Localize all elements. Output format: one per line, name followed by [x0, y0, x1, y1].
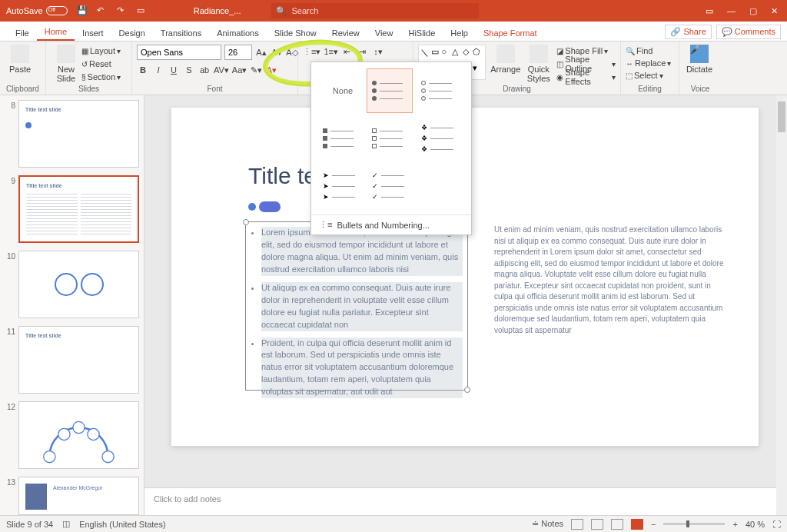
- save-icon[interactable]: 💾: [77, 5, 88, 16]
- sorter-view-icon[interactable]: [591, 519, 603, 530]
- section-button[interactable]: § Section ▾: [81, 71, 121, 83]
- layout-button[interactable]: ▦ Layout ▾: [81, 45, 121, 57]
- zoom-out-icon[interactable]: −: [651, 520, 656, 529]
- bullet-option-diamond[interactable]: ❖ ❖ ❖: [416, 116, 462, 161]
- thumbnail-9[interactable]: Title text slide: [18, 175, 139, 243]
- slide-thumbnail-panel[interactable]: 8Title text slide 9Title text slide 10 1…: [0, 95, 144, 515]
- tab-transitions[interactable]: Transitions: [153, 25, 209, 41]
- line-spacing-icon[interactable]: ↕▾: [372, 45, 384, 58]
- font-family-select[interactable]: [137, 45, 221, 60]
- undo-icon[interactable]: ↶: [97, 5, 108, 16]
- svg-point-4: [73, 421, 85, 433]
- strike-icon[interactable]: S: [183, 63, 195, 77]
- start-slideshow-icon[interactable]: ▭: [137, 5, 148, 16]
- arrange-button[interactable]: Arrange: [490, 45, 520, 83]
- zoom-in-icon[interactable]: +: [732, 520, 737, 529]
- thumbnail-12[interactable]: [18, 401, 139, 469]
- select-button[interactable]: ⬚ Select ▾: [626, 69, 674, 81]
- tab-home[interactable]: Home: [37, 24, 75, 41]
- spacing-icon[interactable]: AV▾: [214, 63, 229, 77]
- paste-button[interactable]: Paste: [5, 45, 35, 74]
- tab-help[interactable]: Help: [443, 25, 476, 41]
- normal-view-icon[interactable]: [571, 519, 583, 530]
- bullets-numbering-link[interactable]: ⋮≡ Bullets and Numbering...: [311, 214, 471, 234]
- svg-point-0: [55, 274, 77, 295]
- find-button[interactable]: 🔍 Find: [626, 45, 674, 57]
- tab-slideshow[interactable]: Slide Show: [267, 25, 324, 41]
- autosave-toggle[interactable]: AutoSave Off: [6, 6, 68, 15]
- share-button[interactable]: 🔗 Share: [665, 25, 711, 39]
- svg-point-3: [58, 428, 70, 440]
- numbering-icon[interactable]: 1≡▾: [324, 45, 338, 58]
- close-icon[interactable]: ✕: [771, 6, 778, 16]
- comments-button[interactable]: 💬 Comments: [716, 25, 781, 39]
- clear-format-icon[interactable]: A◇: [286, 45, 298, 59]
- tab-hislide[interactable]: HiSlide: [400, 25, 443, 41]
- bullet-option-open-square[interactable]: [367, 116, 413, 161]
- tab-view[interactable]: View: [367, 25, 401, 41]
- slides-group-label: Slides: [46, 85, 131, 93]
- new-slide-button[interactable]: New Slide: [51, 45, 81, 83]
- tab-insert[interactable]: Insert: [75, 25, 111, 41]
- zoom-slider[interactable]: [663, 523, 725, 525]
- bullet-option-filled-square[interactable]: [317, 116, 364, 161]
- quick-styles-button[interactable]: Quick Styles: [525, 45, 552, 83]
- vertical-scrollbar[interactable]: [776, 95, 787, 515]
- underline-icon[interactable]: U: [168, 63, 180, 77]
- indent-right-icon[interactable]: ⇥: [357, 45, 369, 58]
- highlight-icon[interactable]: ✎▾: [250, 63, 262, 77]
- list-icon: ⋮≡: [319, 220, 332, 230]
- bullet-dropdown: None ❖ ❖ ❖ ➤ ➤ ➤: [310, 62, 472, 235]
- bullets-icon[interactable]: ⋮≡▾: [303, 45, 320, 58]
- tab-file[interactable]: File: [8, 25, 37, 41]
- shape-line-icon[interactable]: ＼: [420, 47, 431, 63]
- tab-design[interactable]: Design: [111, 25, 153, 41]
- ribbon-options-icon[interactable]: ▭: [706, 6, 713, 16]
- bullet-option-filled-dot[interactable]: [367, 68, 413, 113]
- list-item[interactable]: Proident, in culpa qui officia deserunt …: [261, 337, 463, 399]
- replace-button[interactable]: ↔ Replace ▾: [626, 57, 674, 69]
- thumbnail-10[interactable]: [18, 251, 139, 318]
- dictate-button[interactable]: 🎤Dictate: [684, 45, 715, 74]
- search-box[interactable]: 🔍 Search: [271, 3, 479, 18]
- font-group-label: Font: [132, 85, 297, 93]
- fit-window-icon[interactable]: ⛶: [772, 520, 781, 529]
- increase-font-icon[interactable]: A▴: [255, 45, 267, 59]
- shadow-icon[interactable]: ab: [198, 63, 211, 77]
- notes-toggle[interactable]: ≐ Notes: [532, 519, 563, 529]
- tab-shape-format[interactable]: Shape Format: [476, 25, 545, 41]
- left-text-box[interactable]: Lorem ipsum dolor sit amet, consectetur …: [245, 221, 468, 391]
- bold-icon[interactable]: B: [137, 63, 149, 77]
- bullet-option-empty[interactable]: [416, 164, 462, 208]
- maximize-icon[interactable]: ▢: [749, 6, 757, 16]
- italic-icon[interactable]: I: [152, 63, 164, 77]
- font-size-select[interactable]: [224, 45, 252, 60]
- shape-effects-button[interactable]: ◉ Shape Effects ▾: [556, 71, 616, 83]
- list-item[interactable]: Ut aliquip ex ea commo consequat. Duis a…: [261, 282, 463, 331]
- tab-animations[interactable]: Animations: [209, 25, 266, 41]
- case-icon[interactable]: Aa▾: [232, 63, 247, 77]
- right-text-box[interactable]: Ut enim ad minim veniam, quis nostrud ex…: [494, 224, 725, 336]
- clipboard-group-label: Clipboard: [0, 85, 45, 93]
- zoom-level[interactable]: 40 %: [745, 520, 765, 529]
- accessibility-icon[interactable]: ◫: [62, 519, 70, 529]
- bullet-option-none[interactable]: None: [317, 68, 364, 113]
- reset-button[interactable]: ↺ Reset: [81, 58, 121, 70]
- bullet-option-arrow[interactable]: ➤ ➤ ➤: [317, 164, 364, 208]
- thumbnail-11[interactable]: Title text slide: [18, 326, 139, 394]
- tab-review[interactable]: Review: [324, 25, 367, 41]
- slideshow-view-icon[interactable]: [631, 519, 643, 530]
- language-status[interactable]: English (United States): [79, 520, 166, 529]
- quick-access-toolbar: 💾 ↶ ↷ ▭: [77, 5, 148, 16]
- notes-pane[interactable]: Click to add notes: [144, 487, 776, 515]
- minimize-icon[interactable]: —: [727, 6, 736, 16]
- thumbnail-8[interactable]: Title text slide: [18, 100, 139, 168]
- thumbnail-13[interactable]: Alexander McGregor: [18, 477, 139, 515]
- bullet-option-open-circle[interactable]: [416, 68, 462, 113]
- font-color-icon[interactable]: A▾: [265, 63, 277, 77]
- reading-view-icon[interactable]: [611, 519, 623, 530]
- indent-left-icon[interactable]: ⇤: [341, 45, 354, 58]
- bullet-option-check[interactable]: ✓ ✓ ✓: [367, 164, 413, 208]
- decrease-font-icon[interactable]: A▾: [271, 45, 283, 59]
- redo-icon[interactable]: ↷: [117, 5, 128, 16]
